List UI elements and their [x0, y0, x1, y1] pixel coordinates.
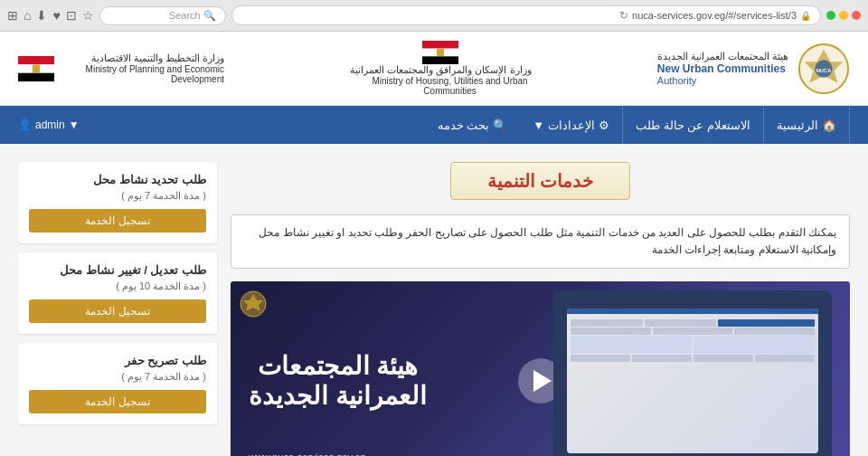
admin-menu[interactable]: ▼ admin 👤 [18, 119, 80, 131]
heart-icon[interactable]: ♥ [52, 8, 60, 23]
page-title-section: خدمات التنمية [231, 162, 850, 200]
service-card-2: طلب تصريح حفر ( مدة الخدمة 7 يوم ) تسجيل… [18, 343, 217, 424]
video-line1: هيئة المجتمعات [249, 351, 427, 381]
play-triangle-icon [533, 370, 552, 392]
svg-rect-11 [33, 64, 40, 72]
service-title-2: طلب تصريح حفر [29, 354, 206, 367]
planning-ministry-logo [18, 56, 54, 81]
laptop-screen [567, 309, 817, 453]
svg-text:NUCA: NUCA [816, 67, 833, 72]
nav-settings-label: الإعدادات [548, 119, 595, 132]
service-card-1: طلب تعديل / تغيير نشاط محل ( مدة الخدمة … [18, 252, 217, 334]
home-nav-icon[interactable]: ⌂ [24, 8, 31, 23]
video-logo-top [240, 290, 267, 321]
reader-icon[interactable]: ⊡ [66, 8, 77, 23]
browser-action-icons: ☆ ⊡ ♥ ⬇ ⌂ ⊞ [7, 8, 94, 23]
admin-arrow-icon: ▼ [69, 119, 80, 131]
page-title: خدمات التنمية [450, 162, 631, 200]
admin-label: admin [35, 119, 65, 131]
video-text-arabic: هيئة المجتمعات العمرانية الجديدة [249, 351, 427, 411]
description-text: يمكنك التقدم بطلب للحصول على العديد من خ… [259, 226, 836, 256]
main-nav: 🏠 الرئيسية الاستعلام عن حالة طلب ⚙ الإعد… [0, 106, 868, 144]
laptop-header [567, 309, 817, 314]
refresh-icon[interactable]: ↻ [619, 9, 628, 22]
nav-search-service[interactable]: 🔍 بحث خدمه [425, 106, 521, 144]
browser-chrome: 🔒 nuca-services.gov.eg/#/services-list/3… [0, 0, 868, 32]
svg-rect-7 [437, 49, 444, 56]
service-duration-0: ( مدة الخدمة 7 يوم ) [29, 190, 206, 202]
svg-rect-4 [422, 41, 458, 49]
video-url: www.nuca-services.gov.eg [249, 451, 365, 456]
service-cards-panel: طلب تحديد نشاط محل ( مدة الخدمة 7 يوم ) … [18, 162, 217, 456]
service-duration-1: ( مدة الخدمة 10 يوم ) [29, 280, 206, 292]
browser-search-box[interactable]: 🔍 Search [99, 6, 226, 25]
bookmark-icon[interactable]: ☆ [82, 8, 94, 23]
nav-right-section: ▼ admin 👤 [18, 119, 80, 131]
service-title-0: طلب تحديد نشاط محل [29, 173, 206, 186]
window-controls [826, 11, 861, 20]
video-container[interactable]: هيئة المجتمعات العمرانية الجديدة www.nuc… [231, 281, 850, 456]
planning-ministry-section: وزارة التخطيط والتنمية الاقتصادية Minist… [18, 52, 224, 84]
nav-home-label: الرئيسية [777, 119, 818, 132]
nuca-name-ar: هيئة المجتمعات العمرانية الجديدة [657, 51, 788, 62]
service-title-1: طلب تعديل / تغيير نشاط محل [29, 263, 206, 277]
video-line2: العمرانية الجديدة [249, 381, 427, 411]
settings-arrow-icon: ▼ [533, 119, 544, 132]
description-box: يمكنك التقدم بطلب للحصول على العديد من خ… [231, 214, 850, 269]
nuca-name-en-1: New Urban Communities [657, 62, 788, 75]
site-header: NUCA هيئة المجتمعات العمرانية الجديدة Ne… [0, 32, 868, 106]
planning-ministry-en: Ministry of Planning and Economic Develo… [61, 64, 224, 84]
address-bar[interactable]: 🔒 nuca-services.gov.eg/#/services-list/3… [231, 5, 821, 25]
svg-rect-10 [18, 72, 54, 81]
nuca-logo-section: NUCA هيئة المجتمعات العمرانية الجديدة Ne… [657, 43, 850, 95]
housing-ministry-section: وزارة الإسكان والمرافق والمجتمعات العمرا… [350, 41, 531, 96]
service-duration-2: ( مدة الخدمة 7 يوم ) [29, 371, 206, 383]
housing-ministry-en: Ministry of Housing, Utilities and Urban… [369, 76, 532, 96]
nav-links-group: 🏠 الرئيسية الاستعلام عن حالة طلب ⚙ الإعد… [425, 106, 850, 144]
main-content: خدمات التنمية يمكنك التقدم بطلب للحصول ع… [0, 144, 868, 456]
nav-inquiry-label: الاستعلام عن حالة طلب [636, 119, 750, 132]
svg-rect-6 [422, 56, 458, 64]
home-icon: 🏠 [822, 119, 836, 132]
gear-icon: ⚙ [599, 119, 609, 132]
user-icon: 👤 [18, 119, 32, 131]
site-wrapper: NUCA هيئة المجتمعات العمرانية الجديدة Ne… [0, 32, 868, 456]
service-btn-0[interactable]: تسجيل الخدمة [29, 209, 206, 233]
search-placeholder: Search [169, 10, 201, 21]
nuca-logo-image: NUCA [797, 43, 850, 95]
url-text: nuca-services.gov.eg/#/services-list/3 [632, 10, 797, 21]
left-panel: خدمات التنمية يمكنك التقدم بطلب للحصول ع… [231, 162, 850, 456]
close-dot[interactable] [852, 11, 861, 20]
nuca-text: هيئة المجتمعات العمرانية الجديدة New Urb… [657, 51, 788, 86]
laptop-content [567, 316, 817, 366]
apps-icon[interactable]: ⊞ [7, 8, 18, 23]
video-laptop-preview [553, 290, 832, 456]
search-service-icon: 🔍 [493, 119, 507, 132]
video-background: هيئة المجتمعات العمرانية الجديدة www.nuc… [231, 281, 850, 456]
service-btn-1[interactable]: تسجيل الخدمة [29, 299, 206, 323]
housing-ministry-ar: وزارة الإسكان والمرافق والمجتمعات العمرا… [350, 64, 531, 76]
service-card-0: طلب تحديد نشاط محل ( مدة الخدمة 7 يوم ) … [18, 162, 217, 243]
nav-home[interactable]: 🏠 الرئيسية [764, 106, 850, 144]
lock-icon: 🔒 [800, 11, 811, 21]
service-btn-2[interactable]: تسجيل الخدمة [29, 390, 206, 413]
minimize-dot[interactable] [839, 11, 848, 20]
svg-rect-8 [18, 56, 54, 64]
nav-search-label: بحث خدمه [438, 119, 490, 132]
planning-ministry-ar: وزارة التخطيط والتنمية الاقتصادية [61, 52, 224, 64]
search-icon: 🔍 [203, 10, 216, 21]
nav-settings[interactable]: ⚙ الإعدادات ▼ [520, 106, 623, 144]
nuca-name-en-2: Authority [657, 75, 788, 86]
egypt-flag [422, 41, 458, 64]
maximize-dot[interactable] [826, 11, 835, 20]
download-icon[interactable]: ⬇ [36, 8, 47, 23]
nav-inquiry[interactable]: الاستعلام عن حالة طلب [623, 106, 764, 144]
